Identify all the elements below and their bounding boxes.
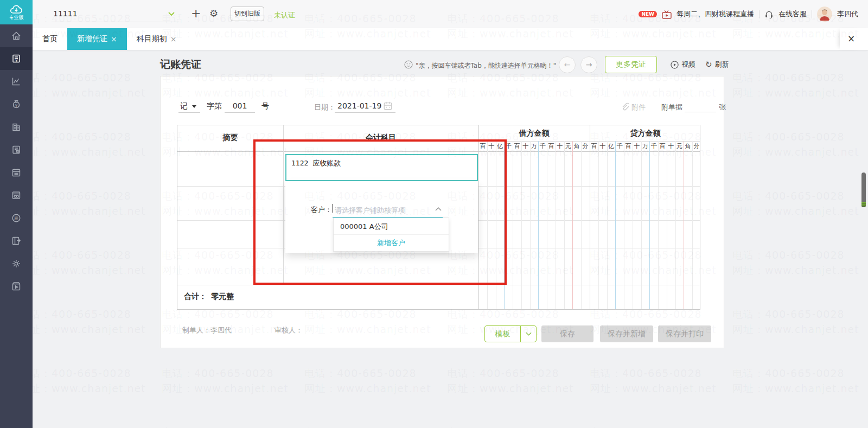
calendar-icon[interactable] (383, 101, 393, 111)
digit-column-label: 分 (581, 141, 590, 151)
customer-option[interactable]: 000001 A公司 (334, 218, 449, 235)
cloud-logo-icon (9, 5, 23, 15)
svg-text:¥: ¥ (15, 104, 18, 108)
close-icon[interactable]: × (170, 35, 177, 43)
app-logo[interactable]: 专业版 (0, 0, 33, 24)
refresh-link[interactable]: ↻ 刷新 (705, 60, 729, 69)
grid-line (487, 141, 488, 309)
tab-new-voucher[interactable]: 新增凭证× (67, 28, 127, 50)
digit-column-label: 千 (649, 141, 658, 151)
home-icon (11, 30, 22, 41)
play-circle-icon (671, 61, 679, 69)
tab-home[interactable]: 首页 (33, 28, 67, 50)
digit-column-label: 万 (641, 141, 650, 151)
digit-column-label: 角 (572, 141, 581, 151)
digit-column-label: 角 (684, 141, 692, 151)
account-name[interactable]: 11111 (53, 9, 78, 18)
sidebar-item-cashier-funds[interactable]: ¥ (0, 93, 33, 116)
sheets-input[interactable] (685, 112, 716, 112)
gear-icon[interactable]: ⚙ (209, 8, 218, 19)
voucher-card: 记 字第 001 号 日期： 2021-01-19 附件 附单据 张 摘要 (160, 76, 724, 348)
date-input[interactable]: 2021-01-19 (337, 101, 381, 110)
sidebar-item-statement[interactable] (0, 138, 33, 161)
voucher-word-select[interactable]: 记 (180, 101, 188, 111)
voucher-number-suffix: 号 (261, 101, 269, 111)
grid-line (556, 141, 556, 309)
tutorial-video-icon (11, 281, 22, 292)
sidebar-item-home[interactable] (0, 24, 33, 47)
grid-line (624, 141, 624, 309)
live-course-link[interactable]: 每周二、四财税课程直播 (676, 9, 754, 19)
sidebar-item-invoice[interactable] (0, 161, 33, 184)
certification-status[interactable]: 未认证 (274, 10, 295, 20)
sidebar-item-settings-gear[interactable] (0, 252, 33, 275)
digit-column-label: 十 (556, 141, 564, 151)
customer-select-input[interactable]: 请选择客户辅助核算项 (335, 206, 405, 215)
grid-line (667, 141, 667, 309)
chevron-up-icon[interactable] (435, 207, 442, 211)
checkout-icon (11, 235, 22, 246)
save-and-print-button[interactable]: 保存并打印 (658, 325, 711, 342)
digit-column-label: 十 (521, 141, 530, 151)
switch-old-version-button[interactable]: 切到旧版 (231, 7, 264, 21)
smiley-icon (404, 60, 413, 69)
save-and-new-button[interactable]: 保存并新增 (600, 325, 653, 342)
col-header-credit: 贷方金额 (590, 129, 701, 138)
attached-docs-label: 附单据 (661, 103, 682, 112)
close-icon[interactable]: × (840, 28, 863, 50)
customer-label: 客户： (311, 205, 332, 215)
add-icon[interactable]: + (191, 7, 201, 20)
avatar[interactable] (817, 7, 832, 22)
digit-column-label: 千 (538, 141, 547, 151)
grid-line (598, 141, 599, 309)
headset-icon[interactable] (764, 10, 774, 19)
chevron-down-icon[interactable] (168, 12, 175, 16)
template-button-label[interactable]: 模板 (485, 326, 520, 342)
account-subject-input[interactable]: 1122 应收账款 (285, 154, 478, 181)
divider (812, 10, 812, 18)
sidebar-item-assets-building[interactable] (0, 116, 33, 138)
col-header-account: 会计科目 (283, 133, 478, 143)
grid-line (675, 141, 676, 309)
more-vouchers-button[interactable]: 更多凭证 (605, 56, 657, 73)
date-underline (335, 112, 395, 113)
sidebar-item-checkout[interactable] (0, 229, 33, 252)
grid-line (564, 141, 565, 309)
scrollbar-thumb[interactable] (861, 173, 866, 202)
online-support-link[interactable]: 在线客服 (778, 9, 807, 19)
next-voucher-button[interactable]: → (580, 56, 597, 73)
assets-building-icon (11, 122, 22, 132)
tabs: 首页新增凭证×科目期初× (33, 28, 868, 50)
attachment-label[interactable]: 附件 (631, 103, 646, 112)
sidebar-item-salary[interactable] (0, 184, 33, 207)
digit-column-label: 十 (633, 141, 641, 151)
add-customer-link[interactable]: 新增客户 (334, 235, 449, 251)
template-split-button[interactable]: 模板 (484, 325, 537, 342)
grid-line (590, 125, 590, 309)
sidebar-item-tutorial-video[interactable] (0, 275, 33, 298)
save-button[interactable]: 保存 (541, 325, 593, 342)
paperclip-icon (621, 103, 629, 111)
sidebar-item-voucher[interactable]: ¥ (0, 47, 33, 70)
chevron-down-icon[interactable] (521, 326, 536, 342)
digit-column-label: 万 (530, 141, 539, 151)
text-cursor (332, 204, 333, 213)
sidebar-item-tax[interactable]: 税 (0, 207, 33, 229)
tax-icon: 税 (11, 213, 22, 223)
video-link[interactable]: 视频 (671, 60, 695, 69)
sidebar-item-report-chart[interactable] (0, 70, 33, 93)
close-icon[interactable]: × (111, 35, 117, 43)
svg-text:¥: ¥ (15, 59, 17, 63)
grid-line (177, 285, 700, 285)
col-header-debit: 借方金额 (478, 129, 590, 138)
new-badge: NEW (639, 11, 657, 17)
scrollbar-grip[interactable] (861, 202, 866, 207)
tab-opening-balance[interactable]: 科目期初× (127, 28, 187, 50)
digit-column-label: 百 (513, 141, 521, 151)
live-tv-icon[interactable] (662, 10, 672, 19)
user-name[interactable]: 李四代 (837, 9, 858, 19)
previous-voucher-button[interactable]: ← (559, 56, 576, 73)
voucher-number-input[interactable]: 001 (225, 101, 255, 110)
auxiliary-accounting-popup: 客户： 请选择客户辅助核算项 000001 A公司 新增客户 (285, 181, 478, 253)
digit-column-label: 分 (692, 141, 701, 151)
